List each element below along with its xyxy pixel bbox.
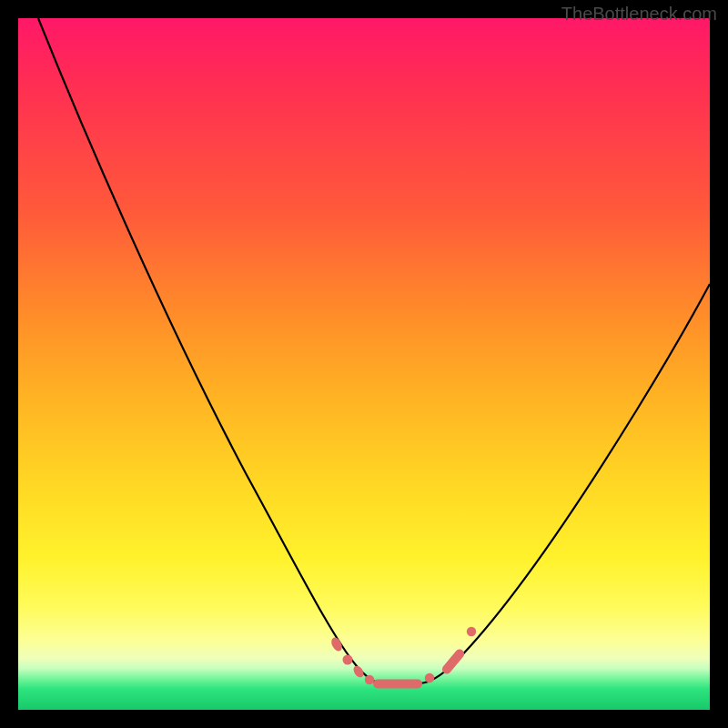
watermark-text: TheBottleneck.com: [561, 4, 717, 25]
plot-frame: [18, 18, 710, 710]
bottleneck-gradient: [18, 18, 710, 710]
